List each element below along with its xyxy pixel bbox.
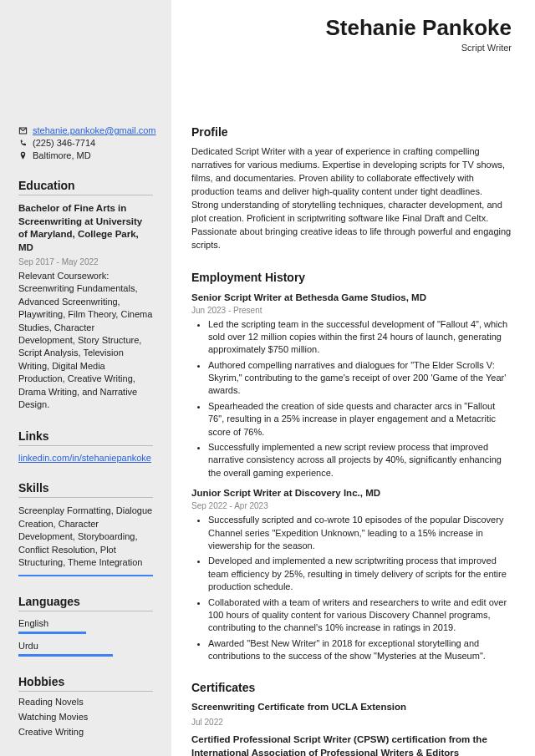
- linkedin-link[interactable]: linkedin.com/in/stehaniepankoke: [18, 453, 153, 463]
- phone-icon: [18, 139, 28, 148]
- person-name: Stehanie Pankoke: [325, 15, 512, 41]
- certificate-title: Screenwriting Certificate from UCLA Exte…: [191, 701, 512, 714]
- profile-heading: Profile: [191, 125, 512, 139]
- hobby-item: Creative Writing: [18, 727, 153, 737]
- skills-text: Screenplay Formatting, Dialogue Creation…: [18, 505, 153, 569]
- hobby-item: Watching Movies: [18, 712, 153, 722]
- job-bullet: Developed and implemented a new scriptwr…: [208, 555, 512, 593]
- hobbies-heading: Hobbies: [18, 675, 153, 692]
- hobby-item: Reading Novels: [18, 697, 153, 707]
- job-title: Senior Script Writer at Bethesda Game St…: [191, 292, 512, 302]
- education-coursework: Relevant Coursework: Screenwriting Funda…: [18, 270, 153, 411]
- language-item: Urdu: [18, 641, 153, 651]
- language-bar: [18, 654, 113, 657]
- job-bullet: Collaborated with a team of writers and …: [208, 596, 512, 635]
- job-bullet: Spearheaded the creation of side quests …: [208, 400, 512, 439]
- job-bullets: Led the scripting team in the successful…: [191, 318, 512, 480]
- certificate-date: Jul 2022: [191, 718, 512, 727]
- job-title: Junior Script Writer at Discovery Inc., …: [191, 488, 512, 498]
- skills-underline: [18, 572, 153, 576]
- education-degree: Bachelor of Fine Arts in Screenwriting a…: [18, 202, 153, 254]
- education-dates: Sep 2017 - May 2022: [18, 257, 153, 266]
- email-icon: [18, 126, 28, 135]
- education-heading: Education: [18, 179, 153, 195]
- contact-location-row: Baltimore, MD: [18, 150, 153, 160]
- job-bullet: Led the scripting team in the successful…: [208, 318, 512, 357]
- sidebar: stehanie.pankoke@gmail.com (225) 346-771…: [0, 0, 171, 756]
- certificates-heading: Certificates: [191, 681, 512, 694]
- profile-text: Dedicated Script Writer with a year of e…: [191, 145, 512, 252]
- job-dates: Sep 2022 - Apr 2023: [191, 501, 512, 510]
- job-bullet: Successfully scripted and co-wrote 10 ep…: [208, 514, 512, 552]
- certificate-title: Certified Professional Script Writer (CP…: [191, 733, 512, 756]
- contact-location: Baltimore, MD: [33, 150, 91, 160]
- contact-email-link[interactable]: stehanie.pankoke@gmail.com: [33, 125, 156, 135]
- contact-email-row: stehanie.pankoke@gmail.com: [18, 125, 153, 135]
- contact-phone: (225) 346-7714: [33, 138, 95, 148]
- person-role: Script Writer: [325, 43, 512, 53]
- main-column: Profile Dedicated Script Writer with a y…: [171, 0, 535, 756]
- employment-heading: Employment History: [191, 271, 512, 284]
- language-item: English: [18, 618, 153, 628]
- links-heading: Links: [18, 429, 153, 446]
- contact-phone-row: (225) 346-7714: [18, 138, 153, 148]
- location-icon: [18, 151, 28, 160]
- languages-heading: Languages: [18, 595, 153, 611]
- job-bullet: Awarded "Best New Writer" in 2018 for ex…: [208, 637, 512, 663]
- language-bar: [18, 632, 86, 634]
- job-bullet: Authored compelling narratives and dialo…: [208, 359, 512, 398]
- job-bullets: Successfully scripted and co-wrote 10 ep…: [191, 514, 512, 662]
- job-bullet: Successfully implemented a new script re…: [208, 441, 512, 479]
- skills-heading: Skills: [18, 481, 153, 498]
- job-dates: Jun 2023 - Present: [191, 306, 512, 315]
